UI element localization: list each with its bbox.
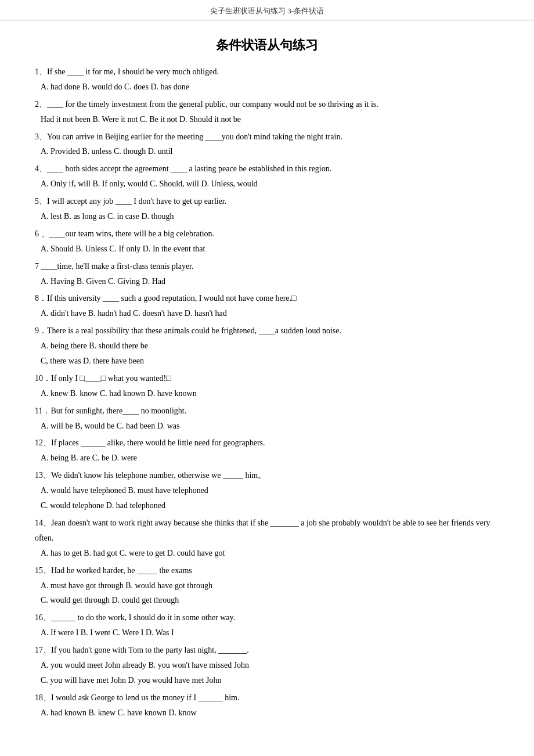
option-line: Had it not been B. Were it not C. Be it … [41, 112, 499, 127]
question-text-q13: 13、We didn't know his telephone number, … [35, 468, 499, 483]
options-q5: A. lest B. as long as C. in case D. thou… [35, 209, 499, 224]
options-q11: A. will be B, would be C. had been D. wa… [35, 419, 499, 434]
question-text-q18: 18、I would ask George to lend us the mon… [35, 690, 499, 705]
options-q16: A. If were I B. I were C. Were I D. Was … [35, 625, 499, 640]
header-title: 尖子生班状语从句练习 3-条件状语 [210, 6, 324, 15]
options-q15: A. must have got through B. would have g… [35, 578, 499, 609]
options-q10: A. knew B. know C. had known D. have kno… [35, 386, 499, 401]
options-q6: A. Should B. Unless C. If only D. In the… [35, 242, 499, 257]
question-text-q16: 16、______ to do the work, I should do it… [35, 610, 499, 625]
option-line: A. would have telephoned B. must have te… [41, 483, 499, 498]
option-line: A. must have got through B. would have g… [41, 578, 499, 593]
question-q13: 13、We didn't know his telephone number, … [35, 468, 499, 513]
question-q7: 7 ____time, he'll make a first-class ten… [35, 259, 499, 289]
question-text-q4: 4、____ both sides accept the agreement _… [35, 161, 499, 177]
question-q8: 8．If this university ____ such a good re… [35, 291, 499, 321]
options-q4: A. Only if, will B. If only, would C. Sh… [35, 177, 499, 192]
options-q7: A. Having B. Given C. Giving D. Had [35, 274, 499, 289]
question-q4: 4、____ both sides accept the agreement _… [35, 161, 499, 192]
question-q5: 5、I will accept any job ____ I don't hav… [35, 194, 499, 224]
option-line: A. will be B, would be C. had been D. wa… [41, 419, 499, 434]
option-line: A. being B. are C. be D. were [41, 451, 499, 466]
option-line: C, there was D. there have been [41, 354, 499, 369]
option-line: A. knew B. know C. had known D. have kno… [41, 386, 499, 401]
options-q13: A. would have telephoned B. must have te… [35, 483, 499, 513]
options-q8: A. didn't have B. hadn't had C. doesn't … [35, 306, 499, 321]
option-line: A. Provided B. unless C. though D. until [41, 144, 499, 159]
question-text-q8: 8．If this university ____ such a good re… [35, 291, 499, 306]
option-line: C. would telephone D. had telephoned [41, 498, 499, 513]
option-line: A. Having B. Given C. Giving D. Had [41, 274, 499, 289]
question-text-q14: 14、Jean doesn't want to work right away … [35, 516, 499, 546]
question-text-q12: 12、If places ______ alike, there would b… [35, 435, 499, 451]
content-area: 1、If she ____ it for me, I should be ver… [0, 64, 534, 746]
question-text-q17: 17、If you hadn't gone with Tom to the pa… [35, 643, 499, 658]
options-q17: A. you would meet John already B. you wo… [35, 658, 499, 688]
question-text-q1: 1、If she ____ it for me, I should be ver… [35, 64, 499, 80]
option-line: A. has to get B. had got C. were to get … [41, 546, 499, 561]
question-text-q9: 9．There is a real possibility that these… [35, 323, 499, 339]
question-text-q11: 11．But for sunlight, there____ no moonli… [35, 404, 499, 419]
options-q1: A. had done B. would do C. does D. has d… [35, 80, 499, 95]
option-line: A. had done B. would do C. does D. has d… [41, 80, 499, 95]
options-q14: A. has to get B. had got C. were to get … [35, 546, 499, 561]
options-q18: A. had known B. knew C. have known D. kn… [35, 705, 499, 721]
main-title: 条件状语从句练习 [0, 37, 534, 54]
question-text-q6: 6 、____our team wins, there will be a bi… [35, 226, 499, 242]
question-q15: 15、Had he worked harder, he _____ the ex… [35, 563, 499, 609]
question-q14: 14、Jean doesn't want to work right away … [35, 516, 499, 561]
option-line: A. being there B. should there be [41, 339, 499, 354]
option-line: A. didn't have B. hadn't had C. doesn't … [41, 306, 499, 321]
question-text-q15: 15、Had he worked harder, he _____ the ex… [35, 563, 499, 578]
question-text-q5: 5、I will accept any job ____ I don't hav… [35, 194, 499, 209]
option-line: C. would get through D. could get throug… [41, 593, 499, 608]
question-q3: 3、You can arrive in Beijing earlier for … [35, 129, 499, 160]
question-q16: 16、______ to do the work, I should do it… [35, 610, 499, 640]
options-q12: A. being B. are C. be D. were [35, 451, 499, 466]
question-q11: 11．But for sunlight, there____ no moonli… [35, 404, 499, 434]
option-line: A. had known B. knew C. have known D. kn… [41, 705, 499, 721]
question-text-q2: 2、____ for the timely investment from th… [35, 97, 499, 112]
question-text-q10: 10．If only I □____□ what you wanted!□ [35, 371, 499, 386]
question-q9: 9．There is a real possibility that these… [35, 323, 499, 369]
question-q1: 1、If she ____ it for me, I should be ver… [35, 64, 499, 95]
question-q10: 10．If only I □____□ what you wanted!□A. … [35, 371, 499, 401]
option-line: C. you will have met John D. you would h… [41, 673, 499, 688]
question-q12: 12、If places ______ alike, there would b… [35, 435, 499, 466]
option-line: A. Only if, will B. If only, would C. Sh… [41, 177, 499, 192]
question-q18: 18、I would ask George to lend us the mon… [35, 690, 499, 721]
question-q17: 17、If you hadn't gone with Tom to the pa… [35, 643, 499, 688]
option-line: A. lest B. as long as C. in case D. thou… [41, 209, 499, 224]
option-line: A. If were I B. I were C. Were I D. Was … [41, 625, 499, 640]
question-q6: 6 、____our team wins, there will be a bi… [35, 226, 499, 257]
question-text-q7: 7 ____time, he'll make a first-class ten… [35, 259, 499, 274]
question-text-q3: 3、You can arrive in Beijing earlier for … [35, 129, 499, 145]
options-q3: A. Provided B. unless C. though D. until [35, 144, 499, 159]
option-line: A. Should B. Unless C. If only D. In the… [41, 242, 499, 257]
option-line: A. you would meet John already B. you wo… [41, 658, 499, 673]
page-header: 尖子生班状语从句练习 3-条件状语 [0, 0, 534, 20]
options-q2: Had it not been B. Were it not C. Be it … [35, 112, 499, 127]
question-q2: 2、____ for the timely investment from th… [35, 97, 499, 127]
options-q9: A. being there B. should there beC, ther… [35, 339, 499, 369]
